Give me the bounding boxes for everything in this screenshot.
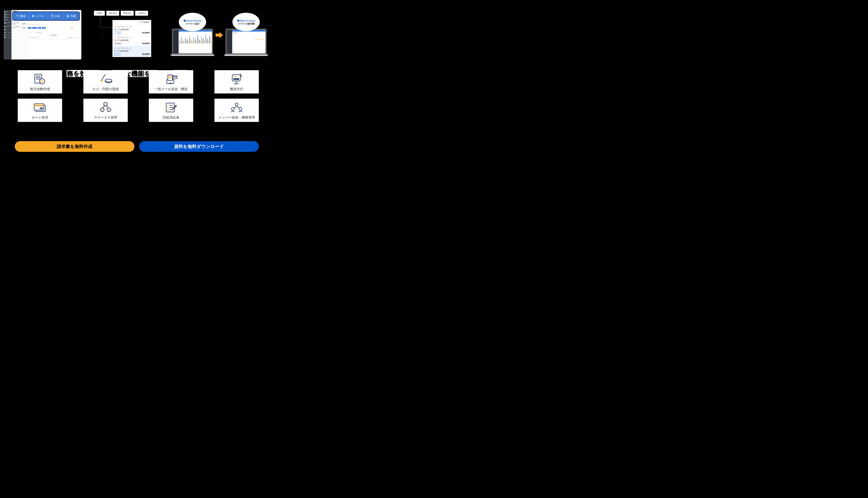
- list-count: 1 – 3 件表示: [139, 21, 150, 24]
- svg-rect-36: [233, 78, 239, 80]
- send-icon: [32, 15, 35, 17]
- pipeline-item[interactable]: 2021/07/05[No. 7] サンプル株式会社 送付済み54,000円: [113, 36, 151, 46]
- svg-rect-10: [34, 105, 44, 106]
- row-checkbox[interactable]: [114, 48, 116, 49]
- svg-rect-1: [67, 15, 68, 16]
- svg-point-14: [105, 79, 112, 82]
- feature-grid: 毎月自動作成 カード決済: [18, 70, 259, 122]
- laptop-mockup: 請求書一覧 Money Forward: [226, 29, 267, 54]
- feature-auto-create: 毎月自動作成: [18, 70, 62, 93]
- svg-point-30: [167, 107, 169, 108]
- svg-point-28: [167, 105, 169, 106]
- feature-mailing-proxy: 郵送代行: [215, 70, 259, 93]
- feature-bulk-send: 一括メール送信・郵送: [149, 70, 193, 93]
- doc-title: 請求書: [29, 34, 79, 36]
- mailbox-icon: [229, 73, 244, 86]
- bulk-mail-icon: [164, 73, 178, 86]
- svg-point-12: [41, 107, 43, 109]
- select-all-checkbox[interactable]: [114, 22, 116, 23]
- mf-logo: CMoney Forward: [183, 19, 201, 22]
- mini-bar-chart: [179, 34, 211, 49]
- status-tab-draft[interactable]: 下書き: [94, 11, 105, 16]
- sidebar-item[interactable]: 領収書: [4, 18, 11, 21]
- row-checkbox[interactable]: [114, 26, 116, 28]
- mini-print-button[interactable]: 印刷: [42, 27, 46, 29]
- sidebar-item[interactable]: レポート: [4, 28, 11, 31]
- print-button[interactable]: 印刷: [66, 14, 76, 18]
- svg-line-18: [103, 106, 104, 108]
- mf-logo: CMoney Forward: [237, 19, 255, 22]
- feature-card-payment: カード決済: [18, 99, 62, 122]
- product-invoice: CMoney Forward クラウド請求書 請求書一覧 Money Forwa…: [226, 14, 267, 56]
- sidebar-item[interactable]: その他業務: [4, 36, 11, 39]
- team-members-icon: [229, 101, 244, 114]
- row-checkbox[interactable]: [114, 37, 116, 38]
- callout-dot: [71, 27, 73, 29]
- feature-status-mgmt: ステータス管理: [84, 99, 128, 122]
- create-invoice-cta[interactable]: 請求書を無料作成: [15, 141, 135, 152]
- svg-rect-40: [236, 106, 238, 106]
- checklist-edit-icon: [164, 101, 178, 114]
- document-icon: [50, 15, 53, 17]
- svg-line-19: [107, 106, 108, 108]
- status-circles-icon: [98, 101, 113, 114]
- send-toolbar: 郵送 メール PDF 印刷: [12, 11, 80, 21]
- svg-rect-34: [232, 75, 240, 81]
- svg-rect-26: [169, 83, 172, 84]
- product-badge: CMoney Forward クラウド請求書: [232, 13, 260, 31]
- arrow-right-icon: [216, 31, 223, 39]
- product-accounting: CMoney Forward クラウド会計: [172, 14, 213, 56]
- pipeline-list: 1 – 3 件表示 2021/07/05[No. 8] サンプル株式会社 下書き…: [112, 20, 151, 57]
- download-docs-cta[interactable]: 資料を無料ダウンロード: [139, 141, 259, 152]
- list-item[interactable]: サンプル株式会社 送付済み54,000円: [11, 22, 26, 25]
- mini-email-button[interactable]: メール: [32, 27, 37, 29]
- pdf-button[interactable]: PDF: [50, 15, 60, 18]
- sidebar-item[interactable]: 一括自動作成: [4, 25, 11, 28]
- sidebar-item[interactable]: 販売管理台帳: [4, 21, 11, 25]
- credit-card-icon: [33, 101, 47, 114]
- cta-row: 請求書を無料作成 資料を無料ダウンロード: [15, 141, 259, 152]
- invoice-detail: サンプル株式会社 メモ タグ 編集 複製 / 変換 削除 郵送 メール PDF …: [27, 15, 81, 60]
- sidebar-item[interactable]: 請求書: [4, 16, 11, 18]
- feature-logo-stamp: ロゴ・印影の登録: [84, 70, 128, 93]
- svg-rect-35: [233, 76, 237, 77]
- laptop-mockup: [172, 29, 213, 54]
- status-pipeline: 下書き 送付済み 受領済み 入金済み 1 – 3 件表示 2021/07/05[…: [94, 11, 168, 16]
- mf-logo-small: Money Forward: [255, 39, 263, 40]
- product-integration: CMoney Forward クラウド会計 CMoney Forward クラウ…: [172, 10, 268, 60]
- status-tab-paid[interactable]: 入金済み: [135, 11, 148, 16]
- sidebar-item[interactable]: マスタ管理: [4, 31, 11, 34]
- feature-members: メンバー追加・権限管理: [215, 99, 259, 122]
- postal-icon: [16, 15, 19, 17]
- status-tab-sent[interactable]: 送付済み: [106, 11, 119, 16]
- svg-point-7: [40, 79, 45, 84]
- invoice-preview: プレビュー 履歴 関連帳票 請求書 サンプル株式会社 御中 株式会社マネーフォワ…: [28, 31, 80, 40]
- printer-icon: [66, 15, 69, 17]
- sidebar-item[interactable]: カード決済: [4, 34, 11, 36]
- document-refresh-icon: [33, 73, 47, 86]
- list-item[interactable]: サンプル株式会社 入金済54,000円: [11, 25, 26, 29]
- pipeline-item[interactable]: 2021/07/05[No. 6] サンプル株式会社 入金済54,000円: [113, 46, 151, 57]
- sidebar-item[interactable]: 納品書: [4, 13, 11, 16]
- product-badge: CMoney Forward クラウド会計: [179, 13, 206, 31]
- email-button[interactable]: メール: [32, 14, 44, 18]
- sidebar-item[interactable]: 管理: [4, 11, 11, 13]
- postal-mail-button[interactable]: 郵送: [16, 14, 26, 18]
- connector-dots: [100, 34, 103, 34]
- mini-mail-button[interactable]: 郵送: [28, 27, 31, 29]
- pipeline-item[interactable]: 2021/07/05[No. 8] サンプル株式会社 下書き54,000円: [113, 25, 151, 36]
- mini-pdf-button[interactable]: PDF: [38, 27, 41, 29]
- invoice-list: 1 – 3 件表示 サンプル株式会社 下書き54,000円 サンプル株式会社 送…: [11, 15, 27, 60]
- stamp-brush-icon: [98, 73, 113, 86]
- app-sidebar: 管理 納品書 請求書 領収書 販売管理台帳 一括自動作成 レポート マスタ管理 …: [4, 10, 11, 60]
- status-tab-received[interactable]: 受領済み: [121, 11, 134, 16]
- svg-point-39: [235, 103, 238, 106]
- feature-reconciliation: 回収消込表: [149, 99, 193, 122]
- svg-point-32: [167, 109, 169, 110]
